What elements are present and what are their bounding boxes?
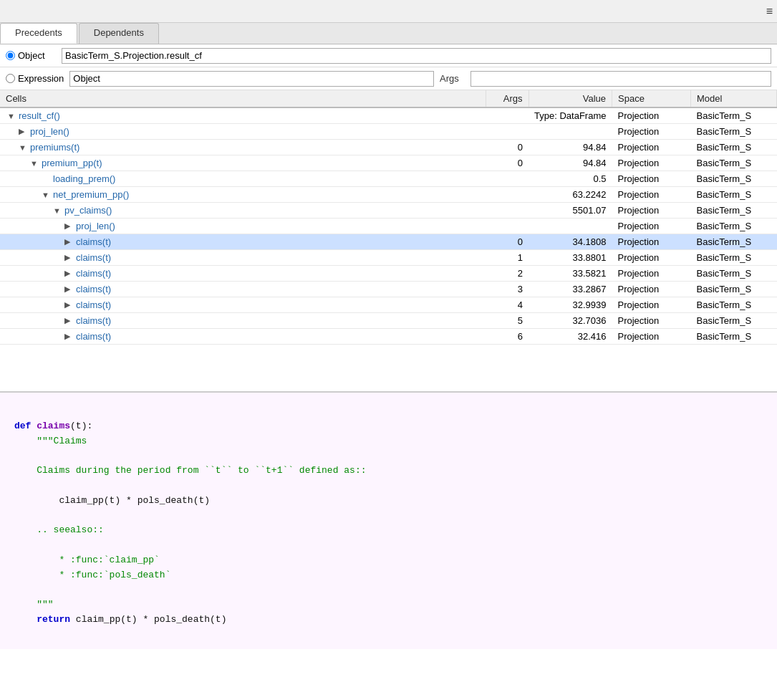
- table-row[interactable]: net_premium_pp()63.2242ProjectionBasicTe…: [0, 187, 777, 203]
- cell-name-col: premiums(t): [0, 140, 486, 155]
- expression-radio-label[interactable]: Expression: [6, 73, 64, 84]
- cell-func-name: result_cf(): [19, 110, 60, 121]
- expression-input[interactable]: [69, 71, 434, 87]
- table-row[interactable]: proj_len()ProjectionBasicTerm_S: [0, 219, 777, 234]
- tree-arrow[interactable]: [64, 253, 74, 262]
- tree-arrow[interactable]: [64, 221, 74, 231]
- cell-space: Projection: [612, 203, 691, 219]
- tree-arrow[interactable]: [19, 143, 29, 152]
- table-row[interactable]: proj_len()ProjectionBasicTerm_S: [0, 124, 777, 140]
- cell-model: BasicTerm_S: [691, 124, 777, 140]
- object-radio-label[interactable]: Object: [6, 50, 56, 61]
- cell-name-col: net_premium_pp(): [0, 187, 486, 203]
- cell-args: 5: [486, 313, 529, 329]
- cell-model: BasicTerm_S: [691, 313, 777, 329]
- tree-arrow[interactable]: [19, 127, 29, 136]
- tree-arrow[interactable]: [30, 159, 40, 168]
- table-row[interactable]: result_cf()Type: DataFrameProjectionBasi…: [0, 107, 777, 124]
- table-row[interactable]: claims(t)432.9939ProjectionBasicTerm_S: [0, 297, 777, 313]
- cell-args: 0: [486, 140, 529, 155]
- table-scroll[interactable]: Cells Args Value Space Model result_cf()…: [0, 90, 777, 391]
- tree-arrow[interactable]: [64, 284, 74, 294]
- cell-name-col: claims(t): [0, 250, 486, 266]
- tree-arrow[interactable]: [64, 316, 74, 325]
- code-line: * :func:`pols_death`: [14, 568, 763, 583]
- cell-name-col: claims(t): [0, 266, 486, 282]
- code-line: [14, 404, 763, 419]
- expression-radio[interactable]: [6, 74, 15, 83]
- code-line: [14, 583, 763, 598]
- cell-func-name: claims(t): [76, 299, 111, 310]
- tree-arrow[interactable]: [53, 206, 63, 215]
- tree-arrow[interactable]: [64, 269, 74, 278]
- code-line: claim_pp(t) * pols_death(t): [14, 494, 763, 509]
- cell-args: 0: [486, 155, 529, 171]
- cell-space: Projection: [612, 187, 691, 203]
- tree-arrow[interactable]: [64, 332, 74, 341]
- table-row[interactable]: premium_pp(t)094.84ProjectionBasicTerm_S: [0, 155, 777, 171]
- cell-args: 2: [486, 266, 529, 282]
- cell-model: BasicTerm_S: [691, 329, 777, 345]
- table-row[interactable]: loading_prem()0.5ProjectionBasicTerm_S: [0, 171, 777, 187]
- table-row[interactable]: claims(t)532.7036ProjectionBasicTerm_S: [0, 313, 777, 329]
- table-row[interactable]: claims(t)632.416ProjectionBasicTerm_S: [0, 329, 777, 345]
- code-line: [14, 479, 763, 494]
- cell-name-col: loading_prem(): [0, 171, 486, 187]
- cell-space: Projection: [612, 297, 691, 313]
- table-row[interactable]: claims(t)034.1808ProjectionBasicTerm_S: [0, 234, 777, 250]
- cell-space: Projection: [612, 140, 691, 155]
- cell-func-name: proj_len(): [30, 126, 69, 137]
- tree-arrow[interactable]: [42, 191, 52, 199]
- tab-dependents[interactable]: Dependents: [79, 23, 159, 44]
- table-row[interactable]: claims(t)333.2867ProjectionBasicTerm_S: [0, 282, 777, 297]
- cell-value: 33.2867: [529, 282, 612, 297]
- expression-label: Expression: [18, 73, 64, 84]
- table-row[interactable]: claims(t)133.8801ProjectionBasicTerm_S: [0, 250, 777, 266]
- cell-value: 32.416: [529, 329, 612, 345]
- table-row[interactable]: claims(t)233.5821ProjectionBasicTerm_S: [0, 266, 777, 282]
- cell-model: BasicTerm_S: [691, 203, 777, 219]
- cell-args: 3: [486, 282, 529, 297]
- cell-model: BasicTerm_S: [691, 171, 777, 187]
- code-line: """: [14, 598, 763, 613]
- cell-value: 94.84: [529, 155, 612, 171]
- object-radio[interactable]: [6, 51, 15, 60]
- cell-args: [486, 171, 529, 187]
- cell-name-col: proj_len(): [0, 124, 486, 140]
- table-row[interactable]: pv_claims()5501.07ProjectionBasicTerm_S: [0, 203, 777, 219]
- cell-name-col: pv_claims(): [0, 203, 486, 219]
- top-bar: ≡: [0, 0, 777, 23]
- col-header-space: Space: [612, 90, 691, 107]
- tab-precedents[interactable]: Precedents: [0, 23, 77, 44]
- cell-name-col: claims(t): [0, 297, 486, 313]
- cell-args: 0: [486, 234, 529, 250]
- cell-args: 4: [486, 297, 529, 313]
- cell-space: Projection: [612, 219, 691, 234]
- args-label: Args: [440, 73, 465, 84]
- tree-arrow[interactable]: [64, 237, 74, 246]
- cell-func-name: premium_pp(t): [42, 158, 102, 168]
- object-value-input[interactable]: [62, 48, 771, 64]
- tree-arrow[interactable]: [7, 112, 17, 120]
- cell-model: BasicTerm_S: [691, 219, 777, 234]
- code-panel: def claims(t): """Claims Claims during t…: [0, 391, 777, 649]
- cell-args: [486, 187, 529, 203]
- code-line: * :func:`claim_pp`: [14, 553, 763, 568]
- args-input[interactable]: [470, 71, 771, 87]
- cell-name-col: proj_len(): [0, 219, 486, 234]
- table-header-row: Cells Args Value Space Model: [0, 90, 777, 107]
- menu-icon[interactable]: ≡: [766, 5, 773, 18]
- cell-args: 1: [486, 250, 529, 266]
- cell-args: [486, 124, 529, 140]
- tree-arrow[interactable]: [64, 300, 74, 310]
- cell-value: [529, 219, 612, 234]
- cell-space: Projection: [612, 107, 691, 124]
- cell-model: BasicTerm_S: [691, 107, 777, 124]
- cell-space: Projection: [612, 313, 691, 329]
- expression-row: Expression Args: [0, 67, 777, 90]
- cell-value: Type: DataFrame: [529, 107, 612, 124]
- cell-func-name: claims(t): [76, 284, 111, 294]
- cell-name-col: claims(t): [0, 313, 486, 329]
- cell-func-name: claims(t): [76, 252, 111, 263]
- table-row[interactable]: premiums(t)094.84ProjectionBasicTerm_S: [0, 140, 777, 155]
